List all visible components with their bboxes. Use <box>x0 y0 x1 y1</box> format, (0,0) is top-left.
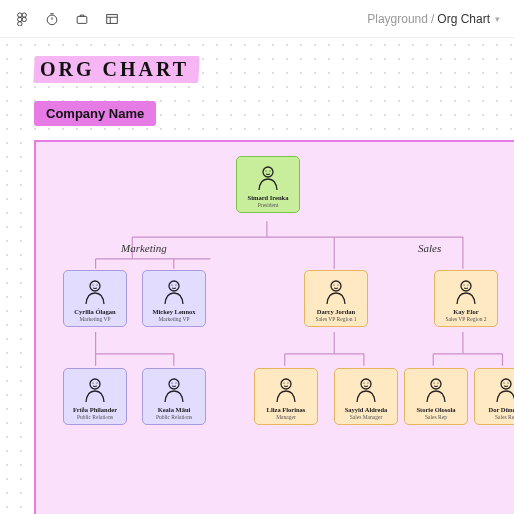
person-icon <box>421 374 451 404</box>
figma-logo-icon[interactable] <box>14 11 30 27</box>
page-title: ORG CHART <box>40 58 189 81</box>
node-role: Marketing VP <box>66 316 124 322</box>
node-role: President <box>239 202 297 208</box>
canvas[interactable]: ORG CHART Company Name <box>0 38 514 514</box>
node-pr-1[interactable]: Fríða Philander Public Relations <box>63 368 127 425</box>
node-name: Kay Elor <box>437 308 495 315</box>
svg-rect-1 <box>22 12 26 16</box>
svg-rect-4 <box>18 21 22 25</box>
person-icon <box>351 374 381 404</box>
svg-point-25 <box>96 382 97 383</box>
node-marketing-vp-2[interactable]: Mickey Lennox Marketing VP <box>142 270 206 327</box>
svg-point-18 <box>333 284 334 285</box>
svg-point-34 <box>367 382 368 383</box>
svg-point-27 <box>171 382 172 383</box>
svg-point-9 <box>265 170 266 171</box>
person-icon <box>80 276 110 306</box>
layout-icon[interactable] <box>104 11 120 27</box>
svg-point-32 <box>361 379 371 389</box>
svg-point-30 <box>283 382 284 383</box>
node-rep-2[interactable]: Dor Dündilil Sales Rep <box>474 368 514 425</box>
node-name: Cyrilla Ólagan <box>66 308 124 315</box>
svg-point-31 <box>287 382 288 383</box>
person-icon <box>451 276 481 306</box>
person-icon <box>491 374 514 404</box>
breadcrumb[interactable]: Playground / Org Chart ▾ <box>367 12 500 26</box>
svg-point-16 <box>175 284 176 285</box>
node-manager-1[interactable]: Lliza Florinas Manager <box>254 368 318 425</box>
node-sales-vp-2[interactable]: Kay Elor Sales VP Region 2 <box>434 270 498 327</box>
node-role: Marketing VP <box>145 316 203 322</box>
person-icon <box>321 276 351 306</box>
svg-point-24 <box>92 382 93 383</box>
node-name: Dor Dündilil <box>477 406 514 413</box>
svg-point-15 <box>171 284 172 285</box>
person-icon <box>271 374 301 404</box>
svg-rect-6 <box>77 16 87 23</box>
timer-icon[interactable] <box>44 11 60 27</box>
svg-point-21 <box>463 284 464 285</box>
person-icon <box>80 374 110 404</box>
svg-point-29 <box>281 379 291 389</box>
node-role: Sales VP Region 1 <box>307 316 365 322</box>
svg-point-11 <box>90 281 100 291</box>
svg-point-35 <box>431 379 441 389</box>
breadcrumb-root[interactable]: Playground <box>367 12 428 26</box>
node-name: Fríða Philander <box>66 406 124 413</box>
node-role: Sales Rep <box>407 414 465 420</box>
node-role: Sales VP Region 2 <box>437 316 495 322</box>
svg-point-33 <box>363 382 364 383</box>
svg-rect-7 <box>107 14 118 23</box>
node-sales-vp-1[interactable]: Darcy Jordan Sales VP Region 1 <box>304 270 368 327</box>
node-name: Simard Irenka <box>239 194 297 201</box>
svg-point-3 <box>22 17 26 21</box>
node-name: Mickey Lennox <box>145 308 203 315</box>
svg-point-39 <box>503 382 504 383</box>
node-role: Public Relations <box>145 414 203 420</box>
page-title-highlight: ORG CHART <box>33 56 200 83</box>
node-name: Sayyid Aldreda <box>337 406 395 413</box>
node-role: Sales Manager <box>337 414 395 420</box>
svg-rect-2 <box>18 17 22 21</box>
person-icon <box>159 276 189 306</box>
person-icon <box>253 162 283 192</box>
department-label-sales: Sales <box>418 242 441 254</box>
node-name: Storie Olosola <box>407 406 465 413</box>
svg-point-37 <box>437 382 438 383</box>
node-role: Public Relations <box>66 414 124 420</box>
svg-point-28 <box>175 382 176 383</box>
node-role: Sales Rep <box>477 414 514 420</box>
svg-point-8 <box>263 167 273 177</box>
svg-point-22 <box>467 284 468 285</box>
node-name: Keala Māui <box>145 406 203 413</box>
node-pr-2[interactable]: Keala Māui Public Relations <box>142 368 206 425</box>
node-manager-2[interactable]: Sayyid Aldreda Sales Manager <box>334 368 398 425</box>
svg-point-14 <box>169 281 179 291</box>
node-marketing-vp-1[interactable]: Cyrilla Ólagan Marketing VP <box>63 270 127 327</box>
briefcase-icon[interactable] <box>74 11 90 27</box>
svg-rect-0 <box>18 12 22 16</box>
svg-point-26 <box>169 379 179 389</box>
node-name: Darcy Jordan <box>307 308 365 315</box>
svg-point-12 <box>92 284 93 285</box>
chevron-down-icon[interactable]: ▾ <box>495 14 500 24</box>
svg-point-10 <box>269 170 270 171</box>
svg-point-13 <box>96 284 97 285</box>
org-chart-frame[interactable]: Marketing Sales Simard Irenka President … <box>34 140 514 514</box>
breadcrumb-current[interactable]: Org Chart <box>437 12 490 26</box>
toolbar: Playground / Org Chart ▾ <box>0 0 514 38</box>
svg-point-20 <box>461 281 471 291</box>
company-name-chip[interactable]: Company Name <box>34 101 156 126</box>
node-role: Manager <box>257 414 315 420</box>
department-label-marketing: Marketing <box>121 242 167 254</box>
svg-point-19 <box>337 284 338 285</box>
svg-point-40 <box>507 382 508 383</box>
svg-point-38 <box>501 379 511 389</box>
svg-point-36 <box>433 382 434 383</box>
svg-point-23 <box>90 379 100 389</box>
svg-point-17 <box>331 281 341 291</box>
node-president[interactable]: Simard Irenka President <box>236 156 300 213</box>
person-icon <box>159 374 189 404</box>
node-name: Lliza Florinas <box>257 406 315 413</box>
node-rep-1[interactable]: Storie Olosola Sales Rep <box>404 368 468 425</box>
